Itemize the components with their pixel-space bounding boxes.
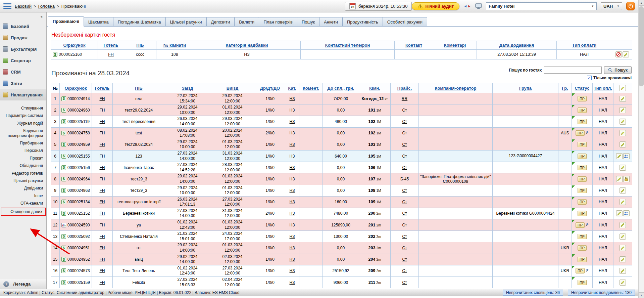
resident-row[interactable]: 5$0000024959FHтест29.02.202429.02.202410… [51,139,632,150]
resident-row[interactable]: 2$0000024960FHтест29.02.202429.02.202410… [51,104,632,116]
cell-category[interactable]: НЗ [285,277,299,288]
edit-guest-icon[interactable] [620,222,626,228]
cell-hotel[interactable]: FH [92,277,113,288]
tab-1[interactable]: Проживаючі [48,16,84,27]
cell-price[interactable]: Ст [391,219,419,231]
sidebar-item-5[interactable]: Прибирання [0,139,46,147]
cell-price[interactable]: Ст [391,162,419,173]
sort-link[interactable]: Група [519,86,532,91]
sort-link[interactable]: До спл., грн. [328,86,354,91]
tab-6[interactable]: Валюти [234,17,259,26]
sort-link[interactable]: Дата додавання [499,43,534,48]
unread-notifications-badge[interactable]: Непрочитаних сповіщень: 36 [503,290,563,296]
scroll-down-icon[interactable]: ▼ [639,292,644,298]
sidebar-module-3[interactable]: Бухгалтерія [0,43,46,55]
sort-link[interactable]: Готель [103,43,118,48]
edit-guest-icon[interactable] [616,153,623,159]
edit-guest-icon[interactable] [616,210,623,216]
night-audit-badge[interactable]: Нічний аудит [412,2,459,10]
cell-price[interactable]: Ст [391,139,419,150]
tab-2[interactable]: Шахматка [84,17,113,26]
group-icon[interactable] [623,210,630,216]
cell-category[interactable]: НЗ [285,139,299,150]
sort-link[interactable]: Кат. [288,86,296,91]
menu-icon[interactable] [3,3,11,9]
sort-link[interactable]: Заїзд [182,86,193,91]
group-icon[interactable] [623,153,630,159]
tab-7[interactable]: План поверхів [259,17,297,26]
cell-hotel[interactable]: FH [92,208,113,219]
sort-link[interactable]: Компанія-оператор [435,86,476,91]
tab-10[interactable]: Продуктивність [342,17,383,26]
resident-row[interactable]: 9$0000024963FHтест29_329.02.202410:00:00… [51,185,632,196]
edit-guest-icon[interactable] [620,268,626,274]
cell-category[interactable]: НЗ [285,231,299,242]
cell-price[interactable]: Ст [391,116,419,127]
cell-category[interactable]: НЗ [285,150,299,162]
cell-category[interactable]: НЗ [285,116,299,127]
sidebar-module-4[interactable]: Секретар [0,55,46,66]
sort-link[interactable]: Комент. [303,86,319,91]
sort-link[interactable]: Тип оплати [572,43,597,48]
cell-category[interactable]: НЗ [285,162,299,173]
edit-guest-icon[interactable] [616,176,623,182]
breadcrumb-link-home[interactable]: Головна [38,4,55,9]
unread-messages-badge[interactable]: Непрочитаних повідомлень: 130 [568,290,635,296]
cell-hotel[interactable]: FH [92,231,113,242]
cell-hotel[interactable]: FH [92,139,113,150]
edit-guest-icon[interactable] [620,199,626,205]
cell-price[interactable]: Б-45 [391,173,419,185]
tab-5[interactable]: Депозити [206,17,235,26]
cell-category[interactable]: НЗ [285,185,299,196]
edit-guest-icon[interactable] [620,107,626,113]
sort-link[interactable]: О/рахунок [63,43,86,48]
resident-row[interactable]: 6$0000025155FH12327.03.202414:00:0031.03… [51,150,632,162]
sidebar-item-12[interactable]: Інше [0,192,46,200]
sidebar-item-8[interactable]: Обладнання [0,162,46,169]
tab-4[interactable]: Цільові рахунки [165,17,207,26]
sidebar-item-11[interactable]: Довідники [0,184,46,192]
cell-price[interactable]: Ст [391,127,419,139]
scroll-up-icon[interactable]: ▲ [639,0,644,6]
resident-row[interactable]: 3$0000025119FHтест переселення26.03.2024… [51,116,632,127]
cell-category[interactable]: НЗ [285,254,299,265]
cell-price[interactable]: Ст [391,265,419,276]
cell-hotel[interactable]: FH [98,50,124,59]
cell-price[interactable]: Ст [391,150,419,162]
legend-bar[interactable]: i Легенда [0,279,46,289]
cell-hotel[interactable]: FH [92,196,113,208]
edit-guest-icon[interactable] [620,256,626,262]
resident-row[interactable]: 1$0000024914FHтест22.02.202415:34:0029.0… [51,93,632,104]
tab-9[interactable]: Анкети [319,17,343,26]
edit-guest-icon[interactable] [620,96,626,102]
sort-link[interactable]: Тип опл. [594,86,612,91]
sidebar-module-1[interactable]: Базовий [0,20,46,32]
tab-11[interactable]: Особисті рахунки [383,17,427,26]
cell-category[interactable]: НЗ [285,127,299,139]
cell-price[interactable]: Ст [391,196,419,208]
resident-row[interactable]: 13$0000025092FHСтепаненко Наталія21.03.2… [51,231,632,242]
cell-hotel[interactable]: FH [92,254,113,265]
sidebar-module-7[interactable]: Налаштування [0,89,46,100]
sidebar-module-2[interactable]: Продаж [0,32,46,43]
hotel-select[interactable]: Family Hotel ▼ [486,2,597,10]
sidebar-item-7[interactable]: Прокат [0,155,46,162]
cell-category[interactable]: НЗ [285,173,299,185]
sidebar-item-10[interactable]: Цільові рахунки [0,177,46,184]
cell-price[interactable]: Ст [391,242,419,254]
sort-link[interactable]: Статус [575,86,590,91]
cell-category[interactable]: НЗ [285,265,299,276]
unsaved-row[interactable]: $0000025160FHсссс108НЗ27.03.2024 15:13:3… [51,50,632,59]
edit-guest-icon[interactable] [620,280,626,286]
sync-arrows-icon[interactable]: ◄► [463,4,471,8]
cell-category[interactable]: НЗ [285,93,299,104]
resident-row[interactable]: 7$0000025156FHІванченко Тарас27.03.20241… [51,162,632,173]
resident-row[interactable]: 8$0000024964FHтест29_329.02.202414:00:00… [51,173,632,185]
resident-row[interactable]: 16$0000024573FHТест Тест Липень01.02.202… [51,265,632,276]
edit-guest-icon[interactable] [620,187,626,194]
power-button[interactable] [626,2,635,10]
monitor-icon[interactable] [475,3,482,9]
edit-guest-icon[interactable] [620,119,626,125]
sidebar-item-9[interactable]: Редактор готелів [0,170,46,177]
sidebar-item-6[interactable]: Персонал [0,147,46,154]
